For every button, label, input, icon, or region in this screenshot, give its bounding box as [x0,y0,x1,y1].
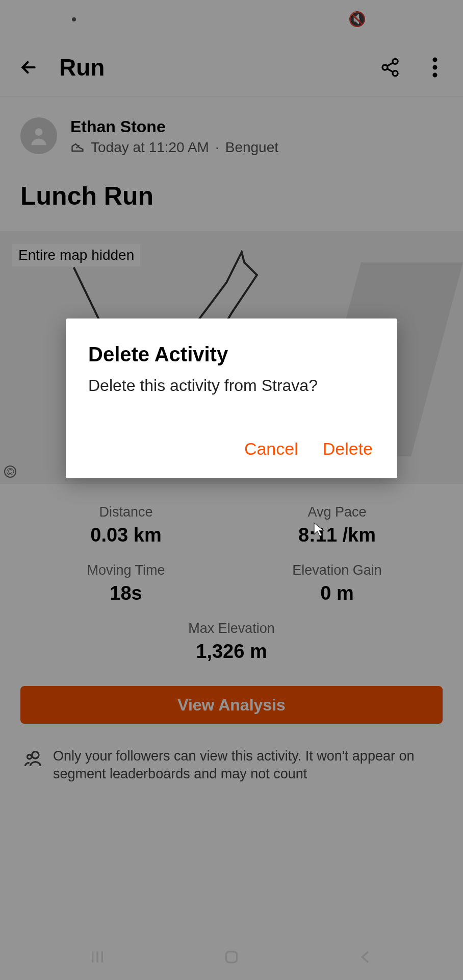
dialog-body: Delete this activity from Strava? [88,376,375,395]
modal-overlay[interactable]: Delete Activity Delete this activity fro… [0,0,463,980]
dialog-actions: Cancel Delete [88,436,375,462]
delete-button[interactable]: Delete [321,436,375,462]
delete-activity-dialog: Delete Activity Delete this activity fro… [66,318,397,478]
dialog-title: Delete Activity [88,343,375,366]
cancel-button[interactable]: Cancel [242,436,300,462]
